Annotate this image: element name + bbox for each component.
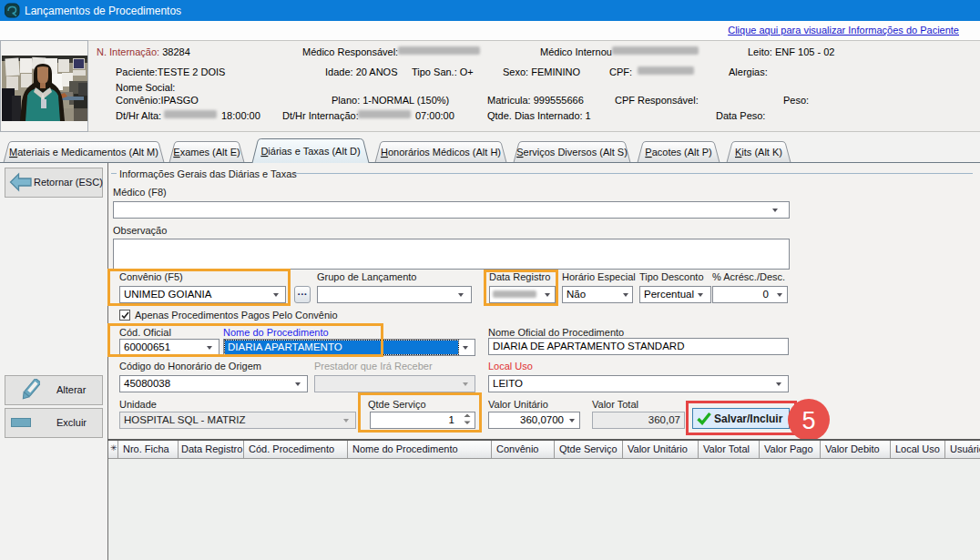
svg-text:Materiais e Medicamentos (Alt: Materiais e Medicamentos (Alt M) [9, 147, 158, 158]
svg-text:Kits (Alt K): Kits (Alt K) [735, 147, 782, 158]
svg-text:Serviços Diversos (Alt S): Serviços Diversos (Alt S) [516, 147, 628, 158]
svg-text:Honorários Médicos (Alt H): Honorários Médicos (Alt H) [381, 147, 501, 158]
svg-text:Pacotes (Alt P): Pacotes (Alt P) [645, 147, 711, 158]
svg-text:Exames (Alt E): Exames (Alt E) [173, 147, 240, 158]
svg-text:Diárias e Taxas (Alt D): Diárias e Taxas (Alt D) [260, 146, 360, 157]
